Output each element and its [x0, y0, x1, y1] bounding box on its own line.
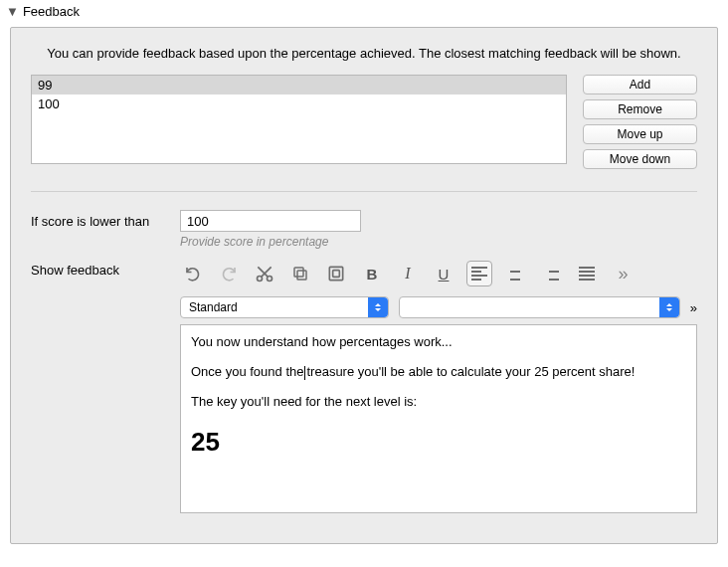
- editor-toolbar: B I U »: [180, 259, 697, 288]
- svg-point-1: [268, 277, 273, 282]
- list-item[interactable]: 100: [32, 94, 566, 113]
- copy-icon[interactable]: [287, 261, 313, 286]
- add-button[interactable]: Add: [583, 75, 697, 94]
- toolbar-more-icon[interactable]: »: [610, 261, 636, 286]
- redo-icon[interactable]: [216, 261, 242, 286]
- list-item[interactable]: 99: [32, 76, 566, 94]
- bold-button[interactable]: B: [359, 261, 385, 286]
- section-title: Feedback: [23, 4, 80, 19]
- editor-line: Once you found thetreasure you'll be abl…: [191, 363, 686, 381]
- align-center-icon[interactable]: [502, 261, 528, 286]
- chevron-updown-icon: [659, 297, 679, 317]
- undo-icon[interactable]: [180, 261, 206, 286]
- score-label: If score is lower than: [31, 210, 170, 229]
- paragraph-style-value: Standard: [189, 300, 238, 314]
- divider: [31, 191, 697, 192]
- svg-rect-4: [329, 267, 342, 280]
- section-header[interactable]: ▼ Feedback: [0, 0, 728, 27]
- feedback-editor[interactable]: You now understand how percentages work.…: [180, 324, 697, 513]
- remove-button[interactable]: Remove: [583, 99, 697, 119]
- paragraph-style-select[interactable]: Standard: [180, 296, 389, 318]
- score-hint: Provide score in percentage: [180, 235, 697, 249]
- feedback-label: Show feedback: [31, 259, 170, 278]
- italic-button[interactable]: I: [395, 261, 421, 286]
- disclosure-triangle-icon[interactable]: ▼: [6, 4, 19, 19]
- cut-icon[interactable]: [252, 261, 277, 286]
- svg-point-0: [258, 277, 263, 282]
- paste-icon[interactable]: [323, 261, 349, 286]
- svg-rect-3: [294, 268, 303, 277]
- toolbar2-more-icon[interactable]: »: [690, 300, 697, 315]
- feedback-panel: You can provide feedback based upon the …: [10, 27, 718, 544]
- move-down-button[interactable]: Move down: [583, 149, 697, 169]
- align-justify-icon[interactable]: [574, 261, 600, 286]
- editor-line: The key you'll need for the next level i…: [191, 393, 686, 411]
- underline-button[interactable]: U: [431, 261, 456, 286]
- editor-big-number: 25: [191, 424, 686, 460]
- font-select[interactable]: [399, 296, 680, 318]
- score-input[interactable]: [180, 210, 361, 232]
- align-left-icon[interactable]: [466, 261, 492, 286]
- move-up-button[interactable]: Move up: [583, 124, 697, 144]
- svg-rect-5: [333, 271, 340, 278]
- editor-line: You now understand how percentages work.…: [191, 333, 686, 351]
- intro-text: You can provide feedback based upon the …: [31, 46, 697, 61]
- threshold-listbox[interactable]: 99 100: [31, 75, 567, 164]
- align-right-icon[interactable]: [538, 261, 564, 286]
- chevron-updown-icon: [368, 297, 388, 317]
- svg-rect-2: [297, 271, 306, 280]
